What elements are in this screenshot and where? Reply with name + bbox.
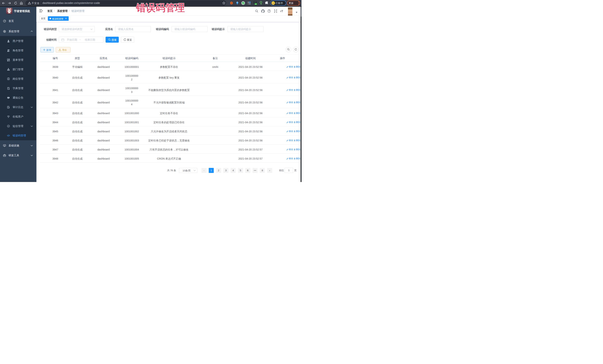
svg-text:1: 1 [8, 78, 9, 79]
svg-text:on: on [255, 3, 257, 5]
